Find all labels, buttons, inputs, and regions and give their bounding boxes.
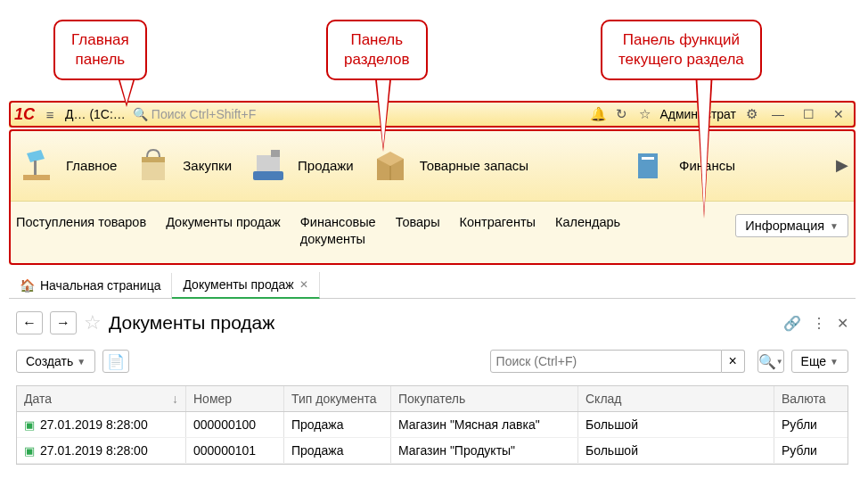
close-button[interactable]: ✕ — [827, 107, 850, 121]
section-purchases[interactable]: Закупки — [133, 144, 232, 186]
close-page-icon[interactable]: ✕ — [837, 315, 848, 332]
callout-sections-panel: Панель разделов — [326, 20, 428, 80]
chevron-down-icon: ▼ — [830, 221, 839, 231]
func-calendar[interactable]: Календарь — [555, 214, 620, 231]
table-header: Дата↓ Номер Тип документа Покупатель Скл… — [17, 386, 848, 412]
search-input[interactable] — [490, 350, 722, 373]
svg-rect-5 — [257, 155, 280, 171]
favorite-icon[interactable]: ☆ — [84, 311, 102, 334]
col-currency[interactable]: Валюта — [774, 386, 846, 411]
section-label: Закупки — [183, 158, 232, 173]
close-tab-icon[interactable]: ✕ — [299, 278, 308, 291]
col-date[interactable]: Дата↓ — [17, 386, 186, 411]
page-title: Документы продаж — [109, 312, 274, 334]
app-title: Д… (1С:… — [65, 107, 126, 121]
search-button[interactable]: 🔍▼ — [757, 350, 784, 373]
document-icon: ▣ — [24, 444, 35, 458]
scroll-right-icon[interactable]: ▶ — [836, 155, 848, 175]
callout-main-panel: Главная панель — [53, 20, 147, 80]
col-buyer[interactable]: Покупатель — [391, 386, 578, 411]
more-icon[interactable]: ⋮ — [812, 315, 826, 332]
link-icon[interactable]: 🔗 — [783, 315, 801, 332]
nav-forward-button[interactable]: → — [50, 311, 77, 334]
tabs-bar: 🏠 Начальная страница Документы продаж ✕ — [9, 272, 856, 299]
section-inventory[interactable]: Товарные запасы — [370, 144, 528, 186]
home-icon: 🏠 — [20, 278, 35, 293]
sort-icon: ↓ — [172, 392, 178, 406]
document-icon: ▣ — [24, 418, 35, 432]
tab-label: Начальная страница — [40, 278, 160, 293]
chevron-down-icon: ▼ — [77, 357, 86, 367]
col-number[interactable]: Номер — [186, 386, 284, 411]
clear-search-button[interactable]: × — [722, 350, 745, 373]
func-financial-docs[interactable]: Финансовые документы — [300, 214, 376, 248]
bag-icon — [133, 144, 174, 186]
maximize-button[interactable]: ☐ — [797, 107, 820, 121]
search-icon: 🔍 — [133, 107, 148, 121]
func-information[interactable]: Информация▼ — [735, 214, 848, 237]
functions-bar: Поступления товаров Документы продаж Фин… — [9, 201, 856, 265]
finance-icon — [629, 144, 670, 186]
svg-rect-10 — [642, 157, 654, 160]
table-row[interactable]: ▣27.01.2019 8:28:00 000000101 Продажа Ма… — [17, 438, 848, 464]
svg-rect-3 — [142, 157, 165, 162]
section-label: Товарные запасы — [420, 158, 528, 173]
copy-button[interactable]: 📄 — [102, 350, 129, 373]
func-contractors[interactable]: Контрагенты — [460, 214, 536, 231]
func-sales-docs[interactable]: Документы продаж — [166, 214, 281, 231]
func-goods[interactable]: Товары — [396, 214, 440, 231]
search-icon: 🔍 — [758, 353, 776, 370]
svg-rect-0 — [23, 175, 50, 180]
history-icon[interactable]: ↻ — [613, 106, 629, 122]
cash-register-icon — [248, 144, 289, 186]
section-finance[interactable]: Финансы — [629, 144, 735, 186]
sections-bar: Главное Закупки Продажи Товарные запасы … — [9, 129, 856, 201]
func-receipts[interactable]: Поступления товаров — [16, 214, 146, 231]
document-plus-icon: 📄 — [107, 353, 125, 370]
nav-back-button[interactable]: ← — [16, 311, 43, 334]
data-table: Дата↓ Номер Тип документа Покупатель Скл… — [16, 385, 848, 465]
section-sales[interactable]: Продажи — [248, 144, 354, 186]
create-button[interactable]: Создать▼ — [16, 350, 95, 373]
more-button[interactable]: Еще▼ — [791, 350, 848, 373]
section-label: Продажи — [298, 158, 354, 173]
callout-functions-panel: Панель функций текущего раздела — [601, 20, 762, 80]
tab-home[interactable]: 🏠 Начальная страница — [9, 273, 172, 298]
svg-rect-6 — [271, 150, 280, 157]
svg-rect-4 — [253, 171, 283, 180]
settings-icon[interactable]: ⚙ — [743, 106, 759, 122]
chevron-down-icon: ▼ — [830, 357, 839, 367]
menu-icon[interactable]: ≡ — [42, 107, 58, 122]
section-label: Главное — [66, 158, 117, 173]
desk-lamp-icon — [16, 144, 57, 186]
table-row[interactable]: ▣27.01.2019 8:28:00 000000100 Продажа Ма… — [17, 412, 848, 438]
tab-label: Документы продаж — [183, 277, 293, 292]
minimize-button[interactable]: — — [766, 107, 790, 121]
svg-rect-1 — [34, 161, 37, 175]
tab-sales-docs[interactable]: Документы продаж ✕ — [172, 272, 319, 299]
section-main[interactable]: Главное — [16, 144, 117, 186]
search-placeholder: Поиск Ctrl+Shift+F — [151, 107, 256, 121]
bell-icon[interactable]: 🔔 — [590, 106, 606, 122]
star-icon[interactable]: ☆ — [636, 106, 652, 122]
logo-1c: 1C — [14, 105, 35, 124]
toolbar: Создать▼ 📄 × 🔍▼ Еще▼ — [9, 346, 856, 376]
col-type[interactable]: Тип документа — [284, 386, 391, 411]
page-header: ← → ☆ Документы продаж 🔗 ⋮ ✕ — [9, 308, 856, 338]
col-store[interactable]: Склад — [578, 386, 774, 411]
